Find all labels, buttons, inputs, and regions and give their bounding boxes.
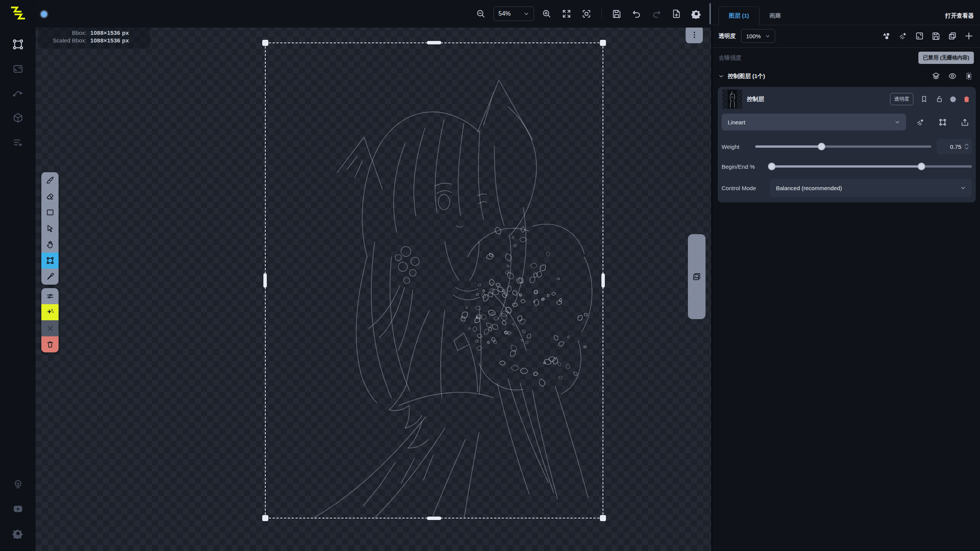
merge-visible-button[interactable] — [882, 31, 892, 41]
active-color-swatch[interactable] — [40, 10, 48, 18]
begin-end-slider[interactable] — [770, 163, 972, 170]
pan-tool-button[interactable] — [41, 236, 59, 253]
control-mode-select[interactable]: Balanced (recommended) — [770, 179, 972, 197]
transform-layer-button[interactable] — [915, 31, 924, 41]
shooting-star-icon — [898, 31, 908, 41]
cancel-tool-button[interactable] — [41, 320, 59, 336]
delete-tool-button[interactable] — [41, 336, 59, 352]
fit-layers-to-bbox-button[interactable] — [964, 71, 974, 81]
eye-icon — [948, 72, 957, 80]
open-viewer-button[interactable]: 打开查看器 — [945, 7, 974, 25]
tab-layers[interactable]: 图层 (1) — [719, 7, 760, 25]
bbox-handle-top[interactable] — [427, 41, 441, 44]
toggle-visibility-button[interactable] — [947, 71, 957, 81]
brush-tool-button[interactable] — [41, 172, 59, 188]
bbox-label: Bbox: — [44, 29, 87, 36]
weight-label: Weight — [722, 143, 750, 150]
hand-icon — [46, 240, 55, 249]
export-layer-button[interactable] — [957, 115, 972, 129]
layer-name: 控制层 — [747, 96, 764, 103]
nav-workflows-button[interactable] — [10, 85, 26, 102]
control-layer-row[interactable]: 控制层 透明度 — [722, 87, 972, 111]
control-model-select[interactable]: Lineart — [722, 114, 906, 130]
unlock-icon — [936, 95, 943, 103]
zoom-out-button[interactable] — [474, 7, 488, 21]
weight-slider-thumb[interactable] — [818, 143, 825, 150]
fit-bbox-button[interactable] — [579, 7, 594, 21]
denoise-row: 去噪强度 已禁用 (无栅格内容) — [712, 48, 980, 68]
control-layer-card[interactable]: 控制层 透明度 — [718, 87, 976, 202]
bbox-info-overlay: Bbox: 1088×1536 px Scaled Bbox: 1088×153… — [38, 24, 150, 49]
lock-layer-button[interactable] — [935, 95, 944, 104]
rectangle-tool-button[interactable] — [41, 204, 59, 220]
bbox-handle-right[interactable] — [601, 273, 605, 288]
bbox-tool-button[interactable] — [41, 253, 59, 269]
opacity-select[interactable]: 100% — [741, 29, 775, 43]
new-canvas-button[interactable] — [669, 7, 684, 21]
layer-status-dot[interactable] — [950, 96, 956, 102]
brush-icon — [46, 176, 55, 185]
bbox-handle-bottom-left[interactable] — [262, 515, 268, 521]
save-layer-button[interactable] — [931, 31, 941, 41]
gallery-drawer-handle[interactable] — [688, 234, 706, 319]
bbox-handle-bottom-right[interactable] — [600, 515, 606, 521]
bbox-handle-top-left[interactable] — [262, 40, 268, 46]
layer-opacity-badge[interactable]: 透明度 — [890, 93, 913, 105]
control-layers-header[interactable]: 控制图层 (1个) — [712, 68, 980, 85]
layer-thumbnail[interactable] — [722, 89, 742, 109]
fit-to-view-button[interactable] — [559, 7, 574, 21]
control-mode-value: Balanced (recommended) — [776, 185, 842, 191]
weight-stepper[interactable] — [964, 143, 969, 150]
canvas-settings-gear-button[interactable] — [689, 7, 704, 21]
control-mode-row: Control Mode Balanced (recommended) — [722, 179, 972, 197]
zoom-in-button[interactable] — [539, 7, 554, 21]
begin-slider-thumb[interactable] — [768, 163, 776, 170]
move-tool-button[interactable] — [41, 220, 59, 236]
nav-models-button[interactable] — [10, 109, 26, 126]
filter-tool-button[interactable] — [41, 288, 59, 304]
video-tutorials-button[interactable] — [10, 500, 26, 517]
bookmark-layer-button[interactable] — [920, 95, 929, 104]
eraser-tool-button[interactable] — [41, 188, 59, 204]
refilter-button[interactable] — [913, 115, 928, 129]
nav-canvas-button[interactable] — [10, 36, 26, 53]
undo-button[interactable] — [629, 7, 644, 21]
chevron-down-icon — [895, 119, 900, 125]
weight-input[interactable]: 0.75 — [937, 139, 972, 154]
tab-gallery[interactable]: 画廊 — [760, 7, 791, 25]
bbox-handle-bottom[interactable] — [427, 517, 441, 520]
canvas-menu-button[interactable] — [686, 26, 703, 43]
panel-tabbar: 图层 (1) 画廊 打开查看器 — [712, 0, 980, 25]
delete-layer-button[interactable] — [962, 95, 971, 104]
app-window: 54% — [0, 0, 980, 551]
zoom-level-select[interactable]: 54% — [493, 7, 534, 21]
generation-bbox[interactable] — [265, 42, 603, 518]
bbox-frame-icon — [965, 72, 973, 80]
weight-slider[interactable] — [755, 143, 931, 150]
nav-upscaling-button[interactable] — [10, 60, 26, 77]
weight-row: Weight 0.75 — [722, 139, 972, 154]
filter-layer-button[interactable] — [898, 31, 908, 41]
settings-gear-button[interactable] — [10, 525, 26, 542]
save-canvas-button[interactable] — [609, 7, 624, 21]
bbox-handle-top-right[interactable] — [600, 40, 606, 46]
panel-resize-handle[interactable] — [709, 3, 711, 24]
end-slider-thumb[interactable] — [918, 163, 925, 170]
nav-queue-button[interactable] — [10, 134, 26, 151]
fit-bbox-to-layer-button[interactable] — [935, 115, 950, 129]
upload-icon — [960, 118, 969, 127]
generate-sparkle-button[interactable] — [41, 304, 59, 320]
duplicate-layer-button[interactable] — [947, 31, 957, 41]
tool-palette — [41, 172, 59, 352]
eyedropper-tool-button[interactable] — [41, 269, 59, 285]
images-icon — [692, 272, 701, 281]
canvas-workspace[interactable]: 54% — [36, 0, 712, 551]
support-lightbulb-button[interactable] — [10, 476, 26, 493]
layers-icon — [932, 72, 940, 80]
bbox-icon — [46, 256, 55, 265]
redo-button[interactable] — [649, 7, 664, 21]
bbox-handle-left[interactable] — [263, 273, 267, 288]
layers-stack-button[interactable] — [931, 71, 941, 81]
control-mode-label: Control Mode — [722, 185, 764, 191]
add-layer-button[interactable] — [964, 31, 974, 41]
